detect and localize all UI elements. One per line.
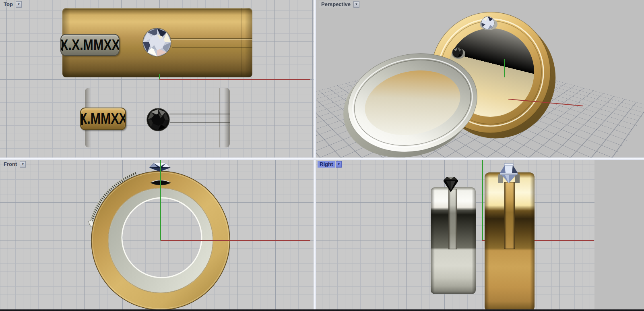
viewport-front[interactable]: Front ▼ [0, 160, 314, 309]
cad-application-window: X.X.MMXX X.MMXX [0, 0, 644, 311]
engraving-text: X.X.MMXX [60, 37, 120, 54]
groove-highlight [171, 39, 252, 40]
viewport-title-right: Right ▼ [318, 161, 342, 168]
groove-channel [448, 189, 457, 249]
engraving-text: X.MMXX [80, 110, 126, 127]
perspective-rings [316, 0, 644, 158]
viewport-label[interactable]: Right [318, 161, 335, 168]
silver-ring-side-view[interactable] [431, 187, 476, 294]
viewport-divider-horizontal[interactable] [0, 158, 644, 160]
chevron-down-icon: ▼ [355, 2, 358, 6]
chevron-down-icon: ▼ [17, 2, 20, 6]
black-diamond-side[interactable] [441, 176, 460, 195]
viewport-divider-vertical[interactable] [314, 0, 316, 309]
viewport-label[interactable]: Front [2, 161, 19, 168]
viewport-dropdown-button[interactable]: ▼ [336, 161, 342, 168]
chevron-down-icon: ▼ [21, 162, 25, 166]
axis-y-green [482, 160, 483, 241]
chevron-down-icon: ▼ [337, 162, 341, 166]
viewport-title-top: Top ▼ [2, 1, 22, 8]
groove-edge [170, 122, 230, 123]
groove-channel [504, 182, 515, 249]
bottom-edge-bar [0, 309, 644, 311]
viewport-perspective[interactable]: Perspective ▼ [316, 0, 644, 158]
viewport-dropdown-button[interactable]: ▼ [16, 1, 22, 8]
viewport-title-front: Front ▼ [2, 161, 26, 168]
groove-edge [169, 114, 230, 114]
front-rings [0, 160, 314, 309]
viewport-dropdown-button[interactable]: ▼ [20, 161, 26, 168]
viewport-right[interactable]: Right ▼ [316, 160, 644, 309]
white-diamond-front [149, 163, 171, 172]
groove-edge [172, 47, 252, 48]
viewport-label[interactable]: Perspective [319, 1, 353, 8]
gold-ring-side-view[interactable] [485, 172, 535, 309]
viewport-top[interactable]: X.X.MMXX X.MMXX [0, 0, 314, 158]
white-diamond-side[interactable] [497, 162, 520, 185]
groove-highlight [169, 115, 230, 115]
black-diamond-gem[interactable] [146, 108, 170, 132]
engraving-plate-gold-ring[interactable]: X.X.MMXX [60, 34, 120, 56]
white-diamond-gem[interactable] [142, 27, 172, 58]
groove-edge [171, 38, 252, 39]
viewport-dropdown-button[interactable]: ▼ [353, 1, 359, 8]
band-seam [241, 8, 242, 77]
band-seam [219, 88, 220, 147]
viewport-title-perspective: Perspective ▼ [319, 1, 359, 8]
engraving-plate-silver-ring[interactable]: X.MMXX [80, 108, 126, 130]
viewport-label[interactable]: Top [2, 1, 15, 8]
axis-x-red [159, 79, 310, 80]
